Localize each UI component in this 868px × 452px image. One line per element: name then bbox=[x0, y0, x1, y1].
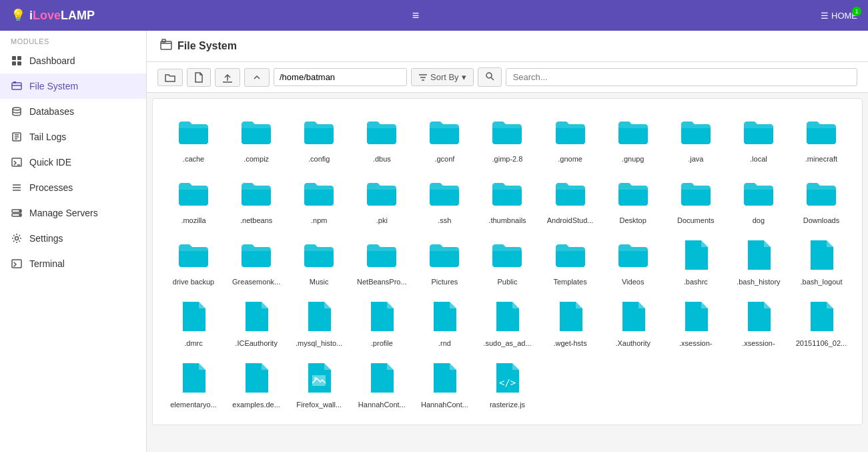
new-file-button[interactable] bbox=[187, 68, 211, 87]
folder-item[interactable]: Documents bbox=[666, 171, 726, 230]
folder-item[interactable]: .gimp-2.8 bbox=[477, 109, 537, 168]
svg-point-20 bbox=[19, 214, 21, 216]
folder-item[interactable]: drive backup bbox=[163, 232, 224, 291]
file-item[interactable]: .bashrc bbox=[666, 232, 726, 291]
path-input[interactable] bbox=[274, 68, 407, 86]
svg-rect-23 bbox=[161, 41, 171, 49]
folder-icon bbox=[741, 176, 776, 214]
file-item[interactable]: HannahCont... bbox=[414, 355, 474, 414]
taillogs-label: Tail Logs bbox=[29, 132, 66, 142]
file-name: .rnd bbox=[417, 339, 472, 347]
folder-item[interactable]: .gnupg bbox=[603, 109, 663, 168]
file-name: 20151106_02... bbox=[794, 339, 849, 347]
file-icon bbox=[427, 299, 462, 336]
folder-item[interactable]: .java bbox=[666, 109, 726, 168]
file-item[interactable]: .profile bbox=[352, 294, 412, 353]
folder-icon bbox=[553, 115, 588, 152]
folder-open-button[interactable] bbox=[157, 69, 183, 86]
folder-item[interactable]: .pki bbox=[352, 171, 412, 230]
content-area: File System Sort By ▾ bbox=[147, 31, 868, 452]
file-item[interactable]: .xsession- bbox=[729, 294, 789, 353]
folder-icon bbox=[302, 176, 336, 214]
search-input[interactable] bbox=[506, 68, 857, 86]
file-icon bbox=[553, 299, 588, 336]
folder-name: .local bbox=[731, 155, 786, 163]
file-item[interactable]: .sudo_as_ad... bbox=[477, 294, 537, 353]
folder-item[interactable]: Videos bbox=[603, 232, 663, 291]
file-item[interactable]: .dmrc bbox=[163, 294, 224, 353]
folder-item[interactable]: Music bbox=[289, 232, 349, 291]
hamburger-button[interactable]: ≡ bbox=[406, 6, 426, 25]
file-item[interactable]: examples.de... bbox=[226, 355, 286, 414]
brand: 💡 iLoveLAMP bbox=[11, 8, 406, 23]
sidebar-item-taillogs[interactable]: Tail Logs bbox=[0, 124, 146, 150]
folder-item[interactable]: Pictures bbox=[414, 232, 474, 291]
sidebar-item-terminal[interactable]: Terminal bbox=[0, 251, 146, 276]
folder-item[interactable]: .mozilla bbox=[163, 171, 224, 230]
sidebar-item-settings[interactable]: Settings bbox=[0, 226, 146, 251]
file-item[interactable]: .Xauthority bbox=[603, 294, 663, 353]
file-item[interactable]: HannahCont... bbox=[352, 355, 412, 414]
file-icon bbox=[239, 299, 274, 336]
folder-icon bbox=[553, 176, 588, 214]
page-title: File System bbox=[177, 40, 237, 52]
file-item[interactable]: Firefox_wall... bbox=[289, 355, 349, 414]
sidebar-item-quickide[interactable]: Quick IDE bbox=[0, 150, 146, 175]
quickide-label: Quick IDE bbox=[29, 157, 71, 168]
folder-item[interactable]: .gnome bbox=[540, 109, 600, 168]
folder-icon bbox=[302, 238, 336, 275]
file-item[interactable]: .xsession- bbox=[666, 294, 726, 353]
file-item[interactable]: elementaryo... bbox=[163, 355, 224, 414]
file-item[interactable]: .ICEauthority bbox=[226, 294, 286, 353]
databases-icon bbox=[11, 105, 23, 118]
file-item[interactable]: .wget-hsts bbox=[540, 294, 600, 353]
file-item[interactable]: </> rasterize.js bbox=[477, 355, 537, 414]
file-icon bbox=[679, 238, 713, 275]
sidebar-item-dashboard[interactable]: Dashboard bbox=[0, 48, 146, 73]
home-button[interactable]: ☰ HOME 1 bbox=[821, 11, 857, 21]
file-icon bbox=[490, 299, 524, 336]
search-button[interactable] bbox=[478, 67, 502, 87]
folder-icon bbox=[616, 176, 650, 214]
folder-item[interactable]: NetBeansPro... bbox=[352, 232, 412, 291]
folder-item[interactable]: .local bbox=[729, 109, 789, 168]
folder-item[interactable]: .minecraft bbox=[791, 109, 851, 168]
up-directory-button[interactable] bbox=[244, 68, 270, 87]
file-item[interactable]: .bash_logout bbox=[791, 232, 851, 291]
sidebar-item-processes[interactable]: Processes bbox=[0, 175, 146, 200]
folder-item[interactable]: .netbeans bbox=[226, 171, 286, 230]
folder-item[interactable]: Public bbox=[477, 232, 537, 291]
folder-item[interactable]: .npm bbox=[289, 171, 349, 230]
file-item[interactable]: .rnd bbox=[414, 294, 474, 353]
folder-item[interactable]: .thumbnails bbox=[477, 171, 537, 230]
file-icon bbox=[176, 299, 211, 336]
folder-item[interactable]: .ssh bbox=[414, 171, 474, 230]
file-name: .ICEauthority bbox=[229, 339, 284, 347]
folder-item[interactable]: Templates bbox=[540, 232, 600, 291]
folder-item[interactable]: Downloads bbox=[791, 171, 851, 230]
folder-item[interactable]: .config bbox=[289, 109, 349, 168]
folder-item[interactable]: Desktop bbox=[603, 171, 663, 230]
sidebar-item-filesystem[interactable]: File System bbox=[0, 73, 146, 99]
file-item[interactable]: .bash_history bbox=[729, 232, 789, 291]
upload-button[interactable] bbox=[215, 68, 240, 87]
folder-name: .gnome bbox=[543, 155, 598, 163]
folder-item[interactable]: .dbus bbox=[352, 109, 412, 168]
folder-item[interactable]: .cache bbox=[163, 109, 224, 168]
file-name: .bash_history bbox=[731, 278, 786, 286]
file-item[interactable]: .mysql_histo... bbox=[289, 294, 349, 353]
sort-button[interactable]: Sort By ▾ bbox=[411, 68, 474, 86]
sidebar-item-manageservers[interactable]: Manage Servers bbox=[0, 200, 146, 226]
file-name: .Xauthority bbox=[606, 339, 661, 347]
folder-name: .npm bbox=[292, 216, 346, 224]
folder-item[interactable]: dog bbox=[729, 171, 789, 230]
folder-icon bbox=[176, 238, 211, 275]
file-icon bbox=[804, 238, 839, 275]
folder-item[interactable]: AndroidStud... bbox=[540, 171, 600, 230]
folder-item[interactable]: .compiz bbox=[226, 109, 286, 168]
sidebar-item-databases[interactable]: Databases bbox=[0, 99, 146, 124]
home-icon: ☰ bbox=[821, 11, 829, 21]
folder-item[interactable]: .gconf bbox=[414, 109, 474, 168]
file-item[interactable]: 20151106_02... bbox=[791, 294, 851, 353]
folder-item[interactable]: Greasemonk... bbox=[226, 232, 286, 291]
